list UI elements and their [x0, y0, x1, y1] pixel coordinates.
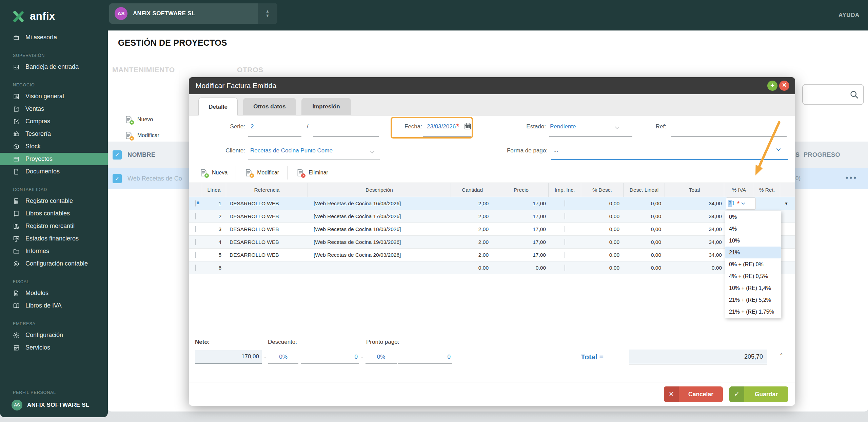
numero-underline[interactable]: [313, 136, 379, 137]
sidebar-item-proyectos[interactable]: Proyectos: [0, 153, 108, 165]
estado-select[interactable]: Pendiente: [550, 123, 576, 130]
ribbon-action-nuevo[interactable]: +Nuevo: [124, 111, 159, 127]
tab-otros-datos[interactable]: Otros datos: [243, 98, 296, 115]
board-icon: [13, 156, 20, 163]
iva-option-10[interactable]: 10%: [725, 235, 781, 247]
iva-option-21[interactable]: 21%: [725, 247, 781, 258]
modal-add-button[interactable]: +: [767, 81, 777, 91]
invoice-line-row-3[interactable]: 3DESARROLLO WEB[Web Recetas de Cocina 18…: [189, 223, 795, 236]
descuento-label: Descuento:: [268, 339, 297, 345]
iva-chevron-down-icon[interactable]: [740, 201, 746, 207]
sidebar-item-libros-contables[interactable]: Libros contables: [0, 207, 108, 220]
sidebar: anfix Mi asesoríaSUPERVISIÓNBandeja de e…: [0, 0, 108, 417]
invoice-line-row-2[interactable]: 2DESARROLLO WEB[Web Recetas de Cocina 17…: [189, 210, 795, 223]
company-selector[interactable]: AS ANFIX SOFTWARE SL ▲▼: [109, 3, 277, 24]
line-action-label: Nueva: [212, 170, 228, 176]
top-bar: AS ANFIX SOFTWARE SL ▲▼ AYUDA: [0, 0, 868, 30]
iva-option-4-re-0-5[interactable]: 4% + (RE) 0,5%: [725, 270, 781, 282]
iva-option-0[interactable]: 0%: [725, 211, 781, 223]
iva-option-21-re-5-2[interactable]: 21% + (RE) 5,2%: [725, 294, 781, 306]
cliente-select[interactable]: Recetas de Cocina Punto Come: [250, 147, 333, 154]
row-select-checkbox[interactable]: [189, 249, 202, 261]
total-collapse-caret[interactable]: ^: [780, 352, 783, 358]
cell-referencia: DESARROLLO WEB: [226, 210, 308, 223]
sidebar-section-negocio: NEGOCIO: [0, 80, 108, 90]
sidebar-item-label: Registro contable: [25, 197, 73, 205]
imp-inc-checkbox[interactable]: [549, 210, 581, 223]
iva-option-0-re-0[interactable]: 0% + (RE) 0%: [725, 258, 781, 270]
sidebar-item-modelos[interactable]: Modelos: [0, 287, 108, 299]
row-select-checkbox[interactable]: [189, 197, 202, 210]
ribbon-action-modificar[interactable]: ●Modificar: [124, 127, 159, 143]
row-select-checkbox[interactable]: [189, 223, 202, 236]
ret-dropdown-arrow-icon[interactable]: ▼: [784, 197, 788, 210]
invoice-line-row-6[interactable]: 60,000,000,000,000,00: [189, 261, 795, 274]
tab-detalle[interactable]: Detalle: [198, 98, 238, 115]
forma-pago-select[interactable]: ...: [553, 147, 558, 153]
iva-option-21-re-1-75[interactable]: 21% + (RE) 1,75%: [725, 306, 781, 318]
sidebar-item-registro-contable[interactable]: Registro contable: [0, 195, 108, 207]
select-all-checkbox[interactable]: ✓: [113, 150, 122, 160]
sidebar-item-libros-de-iva[interactable]: Libros de IVA: [0, 299, 108, 312]
cancel-button[interactable]: ✕ Cancelar: [664, 386, 723, 402]
sidebar-item-estados-financieros[interactable]: Estados financieros: [0, 232, 108, 245]
sidebar-item-servicios[interactable]: Servicios: [0, 341, 108, 354]
cliente-label: Cliente:: [216, 147, 245, 154]
fecha-input[interactable]: 23/03/2026: [427, 123, 456, 130]
modal-close-button[interactable]: ✕: [779, 81, 789, 91]
col-header-cantidad: Cantidad: [451, 183, 494, 197]
calendar-icon[interactable]: [463, 122, 472, 130]
cell-linea: 6: [202, 261, 226, 274]
imp-inc-checkbox[interactable]: [549, 197, 581, 210]
line-action-modificar[interactable]: ●Modificar: [244, 168, 279, 177]
save-button[interactable]: ✓ Guardar: [729, 386, 788, 402]
sidebar-item-stock[interactable]: Stock: [0, 140, 108, 153]
estado-chevron-down-icon[interactable]: [613, 124, 621, 131]
imp-inc-checkbox[interactable]: [549, 223, 581, 236]
sidebar-item-vision-general[interactable]: Visión general: [0, 90, 108, 103]
help-link[interactable]: AYUDA: [839, 0, 860, 30]
imp-inc-checkbox[interactable]: [549, 236, 581, 249]
row-select-checkbox[interactable]: [189, 236, 202, 249]
row-select-checkbox[interactable]: [189, 261, 202, 274]
company-switch-arrows-icon[interactable]: ▲▼: [258, 3, 277, 24]
line-action-nueva[interactable]: +Nueva: [199, 168, 228, 177]
forma-pago-chevron-down-icon[interactable]: [775, 146, 782, 153]
iva-editor-combobox[interactable]: 21*: [726, 198, 755, 209]
profile-item[interactable]: AS ANFIX SOFTWARE SL: [12, 400, 90, 410]
sidebar-item-ventas[interactable]: Ventas: [0, 103, 108, 115]
search-input[interactable]: [802, 84, 864, 105]
invoice-line-row-4[interactable]: 4DESARROLLO WEB[Web Recetas de Cocina 19…: [189, 236, 795, 249]
invoice-line-row-5[interactable]: 5DESARROLLO WEB[Web Recetas de Cocina 20…: [189, 249, 795, 261]
row-actions-menu[interactable]: •••: [846, 168, 857, 189]
descuento-pct-input[interactable]: 0%: [268, 350, 298, 364]
line-action-eliminar[interactable]: ×Eliminar: [296, 168, 328, 177]
pronto-pct-input[interactable]: 0%: [366, 350, 397, 364]
serie-input[interactable]: 2: [251, 123, 254, 130]
iva-option-10-re-1-4[interactable]: 10% + (RE) 1,4%: [725, 282, 781, 294]
pronto-value-input[interactable]: 0: [398, 350, 451, 364]
imp-inc-checkbox[interactable]: [549, 261, 581, 274]
ref-input-underline[interactable]: [671, 136, 787, 137]
tab-impresion[interactable]: Impresión: [301, 98, 351, 115]
anfix-logo[interactable]: anfix: [12, 7, 55, 26]
sidebar-item-configuracion-contable[interactable]: Configuración contable: [0, 257, 108, 270]
sidebar-item-compras[interactable]: Compras: [0, 115, 108, 128]
sidebar-item-informes[interactable]: Informes: [0, 245, 108, 257]
sidebar-item-bandeja-de-entrada[interactable]: Bandeja de entrada: [0, 61, 108, 73]
iva-option-4[interactable]: 4%: [725, 223, 781, 235]
imp-inc-checkbox[interactable]: [549, 249, 581, 261]
sidebar-item-tesoreria[interactable]: Tesorería: [0, 128, 108, 140]
row-select-checkbox[interactable]: [189, 210, 202, 223]
sidebar-item-registro-mercantil[interactable]: Registro mercantil: [0, 220, 108, 232]
sidebar-item-mi-asesoria[interactable]: Mi asesoría: [0, 31, 108, 44]
descuento-value-input[interactable]: 0: [301, 350, 358, 364]
modal-title: Modificar Factura Emitida: [196, 77, 276, 94]
cliente-chevron-down-icon[interactable]: [369, 148, 376, 156]
neto-input[interactable]: 170,00: [195, 350, 262, 364]
page-title: GESTIÓN DE PROYECTOS: [118, 38, 227, 48]
sidebar-item-configuracion[interactable]: Configuración: [0, 329, 108, 341]
invoice-line-row-1[interactable]: 1DESARROLLO WEB[Web Recetas de Cocina 16…: [189, 197, 795, 210]
sidebar-item-documentos[interactable]: Documentos: [0, 165, 108, 178]
row-checkbox[interactable]: ✓: [113, 174, 122, 183]
